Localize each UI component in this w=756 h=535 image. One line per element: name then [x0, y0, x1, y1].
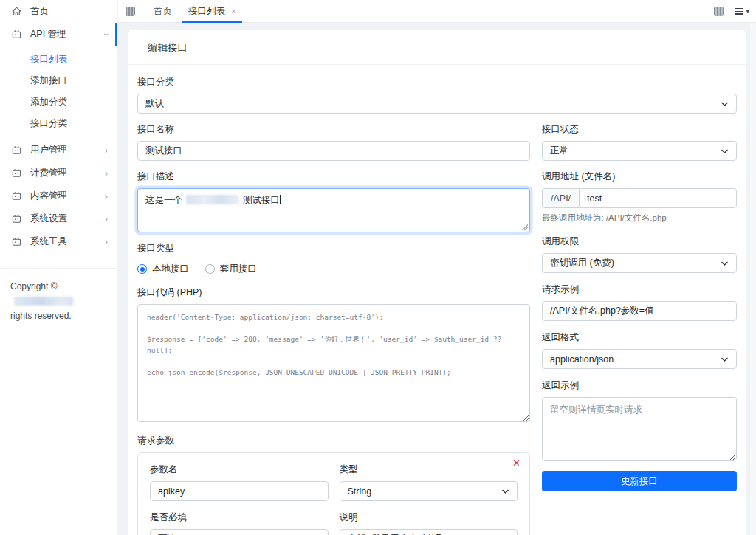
- chevron-down-icon: [721, 260, 729, 266]
- description-textarea[interactable]: 这是一个测试接口: [137, 188, 530, 232]
- sidebar-subitem-label: 接口列表: [30, 53, 67, 66]
- main-content: 编辑接口 接口分类 默认 接口名称 接口描述: [118, 23, 756, 535]
- sidebar-item-label: 计费管理: [30, 167, 67, 179]
- radio-unselected-icon: [205, 264, 215, 274]
- update-interface-button[interactable]: 更新接口: [542, 471, 737, 491]
- sidebar-subitem-label: 添加分类: [30, 96, 67, 108]
- sidebar-item-billing-management[interactable]: 计费管理 ›: [0, 162, 117, 184]
- call-address-help: 最终调用地址为: /API/文件名.php: [542, 213, 737, 224]
- field-type: 接口类型 本地接口 套用接口: [137, 242, 530, 277]
- copyright-line2: rights reserved.: [10, 311, 72, 321]
- field-name: 接口名称: [137, 123, 530, 161]
- radio-label: 套用接口: [220, 263, 257, 275]
- category-value: 默认: [145, 97, 164, 110]
- request-example-input[interactable]: [542, 301, 737, 321]
- module-icon: [11, 168, 22, 179]
- chevron-right-icon: ›: [105, 169, 108, 178]
- radio-proxy-interface[interactable]: 套用接口: [205, 263, 257, 275]
- permission-value: 密钥调用 (免费): [550, 257, 614, 269]
- sidebar-item-interface-list[interactable]: 接口列表: [0, 49, 117, 70]
- chevron-down-icon: [721, 356, 729, 362]
- sidebar-item-user-management[interactable]: 用户管理 ›: [0, 139, 117, 162]
- param-name-input[interactable]: [150, 481, 329, 501]
- chevron-right-icon: ›: [105, 146, 108, 155]
- copyright: Copyright © rights reserved.: [0, 268, 117, 334]
- sidebar-item-label: 系统工具: [30, 235, 67, 248]
- module-icon: [11, 236, 22, 247]
- text-cursor: [280, 195, 281, 204]
- param-desc-input[interactable]: [340, 529, 518, 535]
- sidebar-item-system-tools[interactable]: 系统工具 ›: [0, 230, 117, 253]
- tab-home[interactable]: 首页: [145, 0, 180, 23]
- sidebar-item-add-category[interactable]: 添加分类: [0, 92, 117, 113]
- permission-label: 调用权限: [542, 235, 737, 248]
- param-desc-field: 说明: [340, 511, 518, 535]
- param-type-value: String: [348, 486, 372, 497]
- module-icon: [11, 190, 22, 201]
- return-example-textarea[interactable]: [542, 397, 737, 461]
- active-tab-indicator: [182, 21, 242, 23]
- collapse-sidebar-icon[interactable]: [126, 7, 135, 16]
- scrollbar[interactable]: [750, 23, 756, 535]
- param-name-label: 参数名: [150, 463, 329, 476]
- sidebar-item-content-management[interactable]: 内容管理 ›: [0, 184, 117, 207]
- field-params: 请求参数 ✕ 参数名 类型: [137, 435, 530, 535]
- chevron-right-icon: ›: [105, 215, 108, 224]
- return-format-value: application/json: [550, 354, 614, 365]
- name-label: 接口名称: [137, 123, 530, 136]
- call-address-label: 调用地址 (文件名): [542, 170, 737, 183]
- param-row: ✕ 参数名 类型 String: [137, 452, 530, 535]
- return-format-label: 返回格式: [542, 331, 737, 344]
- radio-local-interface[interactable]: 本地接口: [137, 263, 189, 275]
- sidebar-item-label: 用户管理: [30, 144, 67, 156]
- sidebar-item-label: API 管理: [30, 28, 66, 41]
- status-select[interactable]: 正常: [542, 141, 737, 161]
- redacted-text: [186, 195, 239, 204]
- description-label: 接口描述: [137, 170, 530, 183]
- field-call-address: 调用地址 (文件名) /API/ 最终调用地址为: /API/文件名.php: [542, 170, 737, 224]
- edit-interface-card: 编辑接口 接口分类 默认 接口名称 接口描述: [128, 30, 746, 535]
- remove-param-icon[interactable]: ✕: [512, 458, 520, 468]
- return-example-label: 返回示例: [542, 379, 737, 392]
- url-prefix: /API/: [542, 188, 579, 208]
- module-icon: [11, 213, 22, 224]
- status-value: 正常: [550, 145, 568, 157]
- sidebar-item-api-management[interactable]: API 管理 ›: [0, 23, 117, 46]
- sidebar-item-system-settings[interactable]: 系统设置 ›: [0, 207, 117, 230]
- call-address-input[interactable]: [579, 188, 737, 208]
- edit-interface-form: 接口分类 默认 接口名称 接口描述 这是一个测试接口: [128, 65, 746, 535]
- param-required-select[interactable]: 可选: [150, 529, 329, 535]
- param-required-field: 是否必填 可选: [150, 511, 329, 535]
- return-format-select[interactable]: application/json: [542, 349, 737, 369]
- permission-select[interactable]: 密钥调用 (免费): [542, 253, 737, 273]
- sidebar-item-add-interface[interactable]: 添加接口: [0, 70, 117, 92]
- sidebar-item-interface-category[interactable]: 接口分类: [0, 113, 117, 134]
- category-select[interactable]: 默认: [137, 94, 737, 114]
- code-textarea[interactable]: header('Content-Type: application/json; …: [137, 304, 530, 422]
- param-type-select[interactable]: String: [340, 481, 518, 501]
- sidebar-subitem-label: 接口分类: [30, 117, 67, 130]
- chevron-down-icon: [501, 489, 509, 494]
- sidebar: 首页 API 管理 › 接口列表 添加接口 添加分类 接口分类 用户管理 ›: [0, 0, 118, 535]
- redacted-text: [14, 297, 73, 306]
- param-type-label: 类型: [340, 463, 518, 476]
- close-icon[interactable]: ×: [231, 7, 236, 15]
- field-request-example: 请求示例: [542, 283, 737, 321]
- tab-label: 首页: [154, 5, 172, 18]
- params-label: 请求参数: [137, 435, 530, 447]
- name-input[interactable]: [137, 141, 530, 161]
- radio-label: 本地接口: [152, 263, 189, 275]
- module-icon: [11, 29, 22, 40]
- description-text-suffix: 测试接口: [243, 195, 280, 205]
- param-type-field: 类型 String: [340, 463, 518, 501]
- radio-selected-icon: [137, 264, 147, 274]
- chevron-down-icon: [721, 148, 729, 154]
- resize-handle[interactable]: [521, 224, 528, 230]
- topbar-action-icon[interactable]: [714, 7, 724, 16]
- category-label: 接口分类: [137, 76, 737, 89]
- description-text-prefix: 这是一个: [145, 195, 182, 205]
- sidebar-item-home[interactable]: 首页: [0, 0, 117, 23]
- menu-dropdown-button[interactable]: ▾: [735, 7, 749, 15]
- tab-interface-list[interactable]: 接口列表 ×: [180, 0, 244, 23]
- chevron-down-icon: ›: [102, 33, 111, 36]
